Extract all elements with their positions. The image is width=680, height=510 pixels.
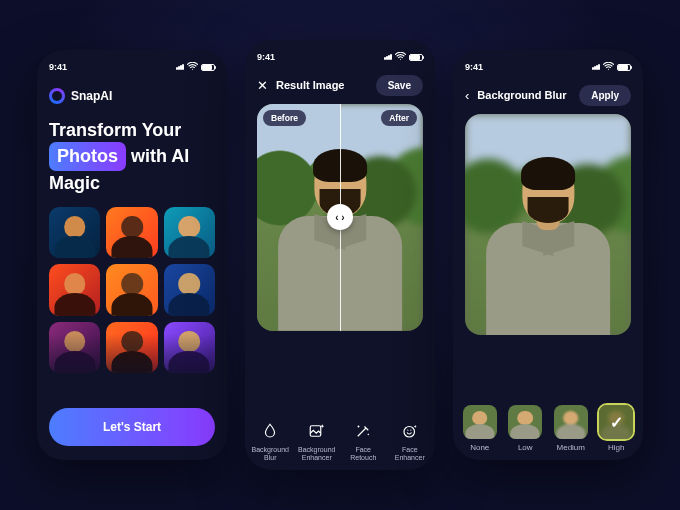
screen-landing: 9:41 SnapAI Transform Your Photos with A… [37,50,227,460]
tool-background-enhancer[interactable]: Background Enhancer [294,420,341,462]
back-icon[interactable]: ‹ [465,89,469,102]
wifi-icon [395,52,406,62]
preset-label: Low [518,443,533,452]
compare-image[interactable]: Before After ‹ › [257,104,423,331]
status-time: 9:41 [257,52,275,62]
preset-label: High [608,443,624,452]
battery-icon [617,64,631,71]
save-button[interactable]: Save [376,75,423,96]
brand-row: SnapAI [49,88,215,104]
sample-tile[interactable] [164,207,215,258]
preset-label: None [470,443,489,452]
sample-tile[interactable] [164,264,215,315]
close-icon[interactable]: ✕ [257,79,268,92]
sample-tile[interactable] [106,264,157,315]
tool-face-retouch[interactable]: Face Retouch [340,420,387,462]
tool-row: Background Blur Background Enhancer Face… [245,420,435,462]
image-sparkle-icon [306,420,328,442]
status-indicators [176,62,215,72]
tool-background-blur[interactable]: Background Blur [247,420,294,462]
preset-thumb-selected [599,405,633,439]
status-indicators [384,52,423,62]
tool-label: Background Enhancer [298,446,335,462]
status-bar: 9:41 [257,50,423,64]
hero-line-3: Magic [49,171,215,195]
brand-logo-icon [49,88,65,104]
tool-label: Face Enhancer [395,446,425,462]
tool-label: Background Blur [252,446,289,462]
status-bar: 9:41 [465,60,631,74]
header: ‹ Background Blur Apply [465,84,631,106]
hero-line-1: Transform Your [49,118,215,142]
preset-high[interactable]: High [599,405,633,452]
wifi-icon [603,62,614,72]
compare-handle-icon: ‹ › [335,212,344,223]
preset-medium[interactable]: Medium [554,405,588,452]
tool-face-enhancer[interactable]: Face Enhancer [387,420,434,462]
preset-thumb [554,405,588,439]
grid-fade-overlay [37,334,227,414]
sample-tile[interactable] [49,264,100,315]
signal-icon [592,62,600,72]
apply-button[interactable]: Apply [579,85,631,106]
status-bar: 9:41 [49,60,215,74]
status-time: 9:41 [49,62,67,72]
brand-name: SnapAI [71,89,112,103]
preset-none[interactable]: None [463,405,497,452]
status-time: 9:41 [465,62,483,72]
hero-highlight: Photos [49,142,126,170]
screen-result: 9:41 ✕ Result Image Save Before [245,40,435,470]
magic-wand-icon [352,420,374,442]
signal-icon [384,52,392,62]
hero-headline: Transform Your Photos with AI Magic [49,118,215,195]
hero-line-2: Photos with AI [49,142,215,170]
header: ✕ Result Image Save [257,74,423,96]
preset-thumb [508,405,542,439]
hero-line-2-suffix: with AI [131,146,189,166]
page-title: Result Image [276,79,344,91]
compare-handle[interactable]: ‹ › [327,204,353,230]
wifi-icon [187,62,198,72]
preset-thumb [463,405,497,439]
preview-image [465,114,631,335]
lets-start-button[interactable]: Let's Start [49,408,215,446]
sample-tile[interactable] [49,207,100,258]
before-badge: Before [263,110,306,126]
signal-icon [176,62,184,72]
status-indicators [592,62,631,72]
sample-tile[interactable] [106,207,157,258]
preset-row: None Low Medium High [453,405,643,452]
droplet-icon [259,420,281,442]
page-title: Background Blur [477,89,566,101]
preset-label: Medium [557,443,585,452]
preset-low[interactable]: Low [508,405,542,452]
tool-label: Face Retouch [350,446,376,462]
smile-sparkle-icon [399,420,421,442]
svg-point-1 [404,426,415,437]
after-badge: After [381,110,417,126]
battery-icon [409,54,423,61]
screen-background-blur: 9:41 ‹ Background Blur Apply None [453,50,643,460]
battery-icon [201,64,215,71]
